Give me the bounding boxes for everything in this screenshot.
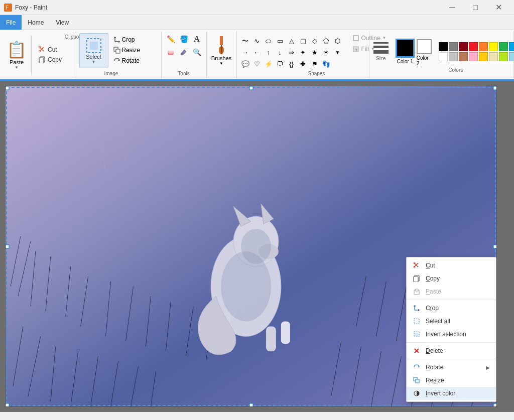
context-label-invert-selection: Invert selection <box>426 331 490 338</box>
resize-button[interactable]: Resize <box>110 46 144 55</box>
context-item-invert-selection[interactable]: Invert selection <box>407 328 496 341</box>
palette-swatch-r0-c2[interactable] <box>459 42 468 51</box>
shape-4arrow[interactable]: ⇒ <box>286 47 297 58</box>
svg-rect-83 <box>493 245 496 248</box>
shape-lightning[interactable]: ⚡ <box>263 59 274 70</box>
color2-swatch[interactable] <box>417 39 432 54</box>
svg-line-36 <box>186 307 193 357</box>
maximize-button[interactable]: □ <box>464 0 487 15</box>
brush-icon <box>213 35 229 55</box>
tools-group-label: Tools <box>178 71 189 76</box>
resize-label: Resize <box>122 47 141 54</box>
context-item-select-all[interactable]: Select all <box>407 315 496 328</box>
shape-heart[interactable]: ♡ <box>251 59 263 70</box>
palette-swatch-r0-c0[interactable] <box>439 42 448 51</box>
shape-hexagon[interactable]: ⬡ <box>332 36 343 47</box>
color1-swatch[interactable] <box>396 39 415 58</box>
shape-rarrow[interactable]: → <box>240 47 251 58</box>
svg-rect-9 <box>90 42 98 50</box>
context-item-cut[interactable]: Cut <box>407 259 496 272</box>
svg-point-70 <box>259 244 279 259</box>
brushes-button[interactable]: Brushes ▼ <box>208 33 235 68</box>
minimize-button[interactable]: ─ <box>441 0 464 15</box>
palette-swatch-r0-c3[interactable] <box>469 42 478 51</box>
svg-rect-7 <box>39 58 44 63</box>
eraser-tool[interactable] <box>165 46 177 58</box>
shape-flag[interactable]: ⚑ <box>309 59 320 70</box>
svg-line-38 <box>356 276 366 327</box>
svg-rect-75 <box>221 312 230 332</box>
palette-swatch-r1-c1[interactable] <box>449 52 458 61</box>
colors-group: Size Color 1 Color 2 <box>369 31 514 78</box>
menu-view[interactable]: View <box>50 15 75 30</box>
shape-more2[interactable] <box>332 59 343 70</box>
shape-larrow[interactable]: ← <box>251 47 263 58</box>
svg-line-50 <box>91 356 98 406</box>
svg-rect-74 <box>281 322 290 344</box>
shape-cross[interactable]: ✚ <box>298 59 309 70</box>
context-item-crop[interactable]: Crop <box>407 302 496 315</box>
shape-triangle[interactable]: △ <box>286 36 297 47</box>
palette-swatch-r0-c5[interactable] <box>489 42 498 51</box>
shape-rect[interactable]: ▭ <box>275 36 286 47</box>
palette-swatch-r0-c6[interactable] <box>499 42 508 51</box>
palette-swatch-r1-c0[interactable] <box>439 52 448 61</box>
invert-color-icon <box>413 389 421 397</box>
shape-star6[interactable]: ✶ <box>321 47 332 58</box>
palette-swatch-r0-c4[interactable] <box>479 42 488 51</box>
shape-diamond[interactable]: ◇ <box>309 36 320 47</box>
color-picker-tool[interactable] <box>178 46 190 58</box>
context-item-invert-color[interactable]: Invert color <box>407 387 496 400</box>
copy-button[interactable]: Copy <box>36 55 65 64</box>
shape-star5[interactable]: ★ <box>309 47 320 58</box>
text-tool[interactable]: A <box>191 33 203 45</box>
shape-callout2[interactable]: 🗨 <box>275 59 286 70</box>
context-label-delete: Delete <box>426 347 490 354</box>
copy-label: Copy <box>48 56 62 63</box>
palette-swatch-r1-c3[interactable] <box>469 52 478 61</box>
palette-swatch-r1-c2[interactable] <box>459 52 468 61</box>
menu-home[interactable]: Home <box>22 15 50 30</box>
crop-button[interactable]: Crop <box>110 35 144 44</box>
fill-label: Fill <box>361 46 369 53</box>
image-group: Select ▼ Crop Resize <box>76 31 162 78</box>
palette-swatch-r1-c5[interactable] <box>489 52 498 61</box>
palette-swatch-r0-c1[interactable] <box>449 42 458 51</box>
shape-star4[interactable]: ✦ <box>298 47 309 58</box>
fill-tool[interactable]: 🪣 <box>178 33 190 45</box>
context-item-delete[interactable]: Delete <box>407 344 496 357</box>
shape-pentagon[interactable]: ⬠ <box>321 36 332 47</box>
palette-swatch-r1-c4[interactable] <box>479 52 488 61</box>
palette-swatch-r1-c7[interactable] <box>509 52 514 61</box>
rotate-button[interactable]: Rotate <box>110 56 144 65</box>
select-icon <box>86 38 102 54</box>
size-label: Size <box>376 56 386 61</box>
size-line-1 <box>373 42 389 44</box>
cut-button[interactable]: Cut <box>36 45 65 54</box>
svg-line-40 <box>396 287 406 342</box>
shape-ellipse[interactable]: ⬭ <box>263 36 274 47</box>
close-button[interactable]: ✕ <box>487 0 510 15</box>
shape-more[interactable]: ▼ <box>332 47 343 58</box>
paste-button[interactable]: 📋 Paste ▼ <box>4 33 29 76</box>
pencil-tool[interactable]: ✏️ <box>165 33 177 45</box>
shape-freehand[interactable]: 〜 <box>240 36 251 47</box>
menu-file[interactable]: File <box>0 15 22 30</box>
color1-picker: Color 1 <box>396 39 415 64</box>
context-item-rotate[interactable]: Rotate▶ <box>407 361 496 374</box>
canvas-image[interactable]: CutCopyPasteCropSelect allInvert selecti… <box>5 86 497 407</box>
context-item-resize[interactable]: Resize <box>407 374 496 387</box>
context-item-copy[interactable]: Copy <box>407 272 496 285</box>
zoom-tool[interactable]: 🔍 <box>191 46 203 58</box>
shape-darrow[interactable]: ↓ <box>275 47 286 58</box>
shape-curve[interactable]: ∿ <box>251 36 263 47</box>
palette-swatch-r1-c6[interactable] <box>499 52 508 61</box>
shape-footprint[interactable]: 👣 <box>321 59 332 70</box>
shape-uarrow[interactable]: ↑ <box>263 47 274 58</box>
palette-swatch-r0-c7[interactable] <box>509 42 514 51</box>
canvas-scroll-area[interactable]: CutCopyPasteCropSelect allInvert selecti… <box>0 81 514 412</box>
shape-rtrect[interactable]: ▢ <box>298 36 309 47</box>
select-button[interactable]: Select ▼ <box>79 33 108 68</box>
shape-callout[interactable]: 💬 <box>240 59 251 70</box>
shape-brace[interactable]: {} <box>286 59 297 70</box>
